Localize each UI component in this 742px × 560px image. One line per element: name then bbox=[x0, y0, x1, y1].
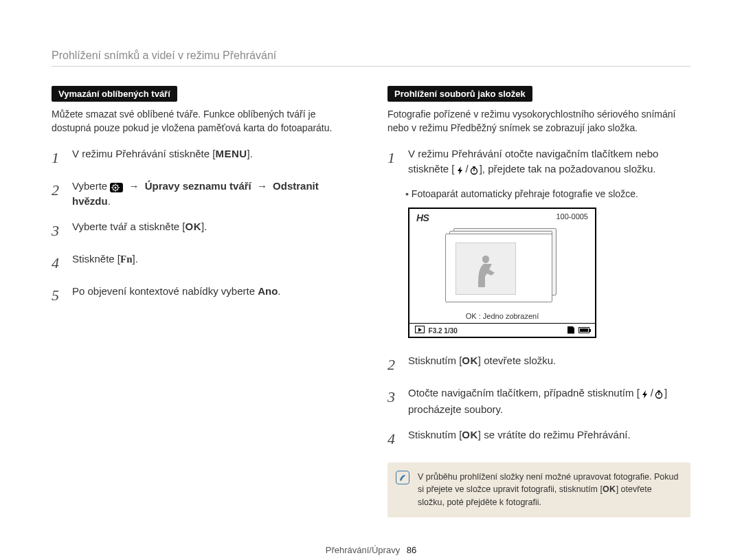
step-number: 4 bbox=[387, 427, 400, 450]
text: ] se vrátíte do režimu Přehrávání. bbox=[478, 429, 631, 440]
sd-card-icon bbox=[567, 326, 574, 334]
ok-label: OK bbox=[462, 429, 478, 440]
lcd-file-number: 100-0005 bbox=[556, 212, 589, 223]
right-section-badge: Prohlížení souborů jako složek bbox=[387, 86, 532, 102]
step-number: 1 bbox=[387, 146, 400, 179]
text: Vyberte bbox=[72, 180, 110, 192]
flash-icon bbox=[640, 387, 650, 403]
lcd-caption: OK : Jedno zobrazení bbox=[409, 312, 595, 320]
left-step-3: 3 Vyberte tvář a stiskněte [OK]. bbox=[52, 219, 355, 242]
text: ], přejdete tak na požadovanou složku. bbox=[480, 163, 656, 175]
left-steps: 1 V režimu Přehrávání stiskněte [MENU]. … bbox=[52, 146, 355, 306]
step-number: 5 bbox=[52, 284, 64, 306]
step-number: 3 bbox=[52, 219, 64, 242]
page-title: Prohlížení snímků a videí v režimu Přehr… bbox=[52, 49, 690, 67]
note-box: V průběhu prohlížení složky není možné u… bbox=[387, 462, 690, 517]
note-info-icon bbox=[396, 471, 409, 484]
ok-label: OK bbox=[603, 484, 616, 494]
lcd-exposure: F3.2 1/30 bbox=[429, 327, 458, 335]
text: ]. bbox=[247, 148, 253, 159]
text: Stiskněte [ bbox=[72, 253, 120, 265]
text: ] otevřete složku. bbox=[478, 355, 556, 366]
lcd-screen-illustration: HS 100-0005 OK : Jedno zobrazení bbox=[408, 208, 596, 338]
left-step-2: 2 Vyberte → Úpravy seznamu tváří → Odstr… bbox=[52, 179, 355, 210]
page-number: 86 bbox=[407, 545, 416, 555]
text: Vyberte tvář a stiskněte [ bbox=[72, 221, 186, 232]
right-steps: 1 V režimu Přehrávání otočte navigačním … bbox=[387, 146, 690, 179]
ok-label: OK bbox=[186, 221, 202, 232]
left-column: Vymazání oblíbených tváří Můžete smazat … bbox=[52, 86, 355, 517]
step-number: 2 bbox=[387, 353, 400, 376]
left-step-5: 5 Po objevení kontextové nabídky vyberte… bbox=[52, 284, 355, 306]
bold-text: Ano bbox=[258, 285, 278, 297]
fn-label: Fn bbox=[120, 254, 133, 265]
right-step-3: 3 Otočte navigačním tlačítkem, případně … bbox=[387, 385, 690, 418]
play-icon bbox=[415, 326, 425, 333]
left-intro: Můžete smazat své oblíbené tváře. Funkce… bbox=[52, 107, 355, 135]
svg-point-1 bbox=[115, 186, 117, 188]
right-step-2: 2 Stisknutím [OK] otevřete složku. bbox=[387, 353, 690, 376]
step-number: 3 bbox=[387, 385, 400, 418]
text: Stisknutím [ bbox=[408, 355, 462, 366]
text: . bbox=[108, 195, 111, 207]
text: ]. bbox=[133, 253, 138, 265]
battery-icon bbox=[578, 327, 589, 333]
person-silhouette-icon bbox=[469, 249, 503, 293]
text: . bbox=[278, 285, 280, 297]
settings-chip-icon bbox=[110, 183, 123, 192]
text: Otočte navigačním tlačítkem, případně st… bbox=[408, 387, 640, 399]
step-number: 4 bbox=[52, 251, 64, 274]
left-section-badge: Vymazání oblíbených tváří bbox=[52, 86, 177, 102]
left-step-1: 1 V režimu Přehrávání stiskněte [MENU]. bbox=[52, 146, 355, 169]
lcd-mode-label: HS bbox=[416, 212, 429, 223]
text: V režimu Přehrávání stiskněte [ bbox=[72, 148, 215, 159]
right-step-4: 4 Stisknutím [OK] se vrátíte do režimu P… bbox=[387, 427, 690, 450]
timer-icon bbox=[654, 387, 664, 403]
ok-label: OK bbox=[462, 355, 478, 366]
bullet-text: Fotoaparát automaticky přehraje fotograf… bbox=[405, 188, 690, 199]
right-column: Prohlížení souborů jako složek Fotografi… bbox=[387, 86, 690, 517]
text: Stisknutím [ bbox=[408, 429, 462, 440]
right-steps-cont: 2 Stisknutím [OK] otevřete složku. 3 Oto… bbox=[387, 353, 690, 450]
footer-section: Přehrávání/Úpravy bbox=[326, 545, 400, 555]
menu-label: MENU bbox=[215, 148, 247, 159]
arrow: → bbox=[254, 180, 270, 192]
text: ]. bbox=[201, 221, 207, 232]
folder-stack-icon bbox=[445, 228, 562, 304]
step-number: 1 bbox=[52, 146, 64, 169]
flash-icon bbox=[456, 163, 465, 179]
left-step-4: 4 Stiskněte [Fn]. bbox=[52, 251, 355, 274]
arrow: → bbox=[126, 180, 142, 192]
bold-text: Úpravy seznamu tváří bbox=[145, 180, 251, 192]
timer-icon bbox=[469, 163, 479, 179]
page-footer: Přehrávání/Úpravy 86 bbox=[52, 545, 690, 555]
right-step-1: 1 V režimu Přehrávání otočte navigačním … bbox=[387, 146, 690, 179]
step-number: 2 bbox=[52, 179, 64, 210]
right-intro: Fotografie pořízené v režimu vysokorychl… bbox=[387, 107, 690, 135]
text: Po objevení kontextové nabídky vyberte bbox=[72, 285, 258, 297]
